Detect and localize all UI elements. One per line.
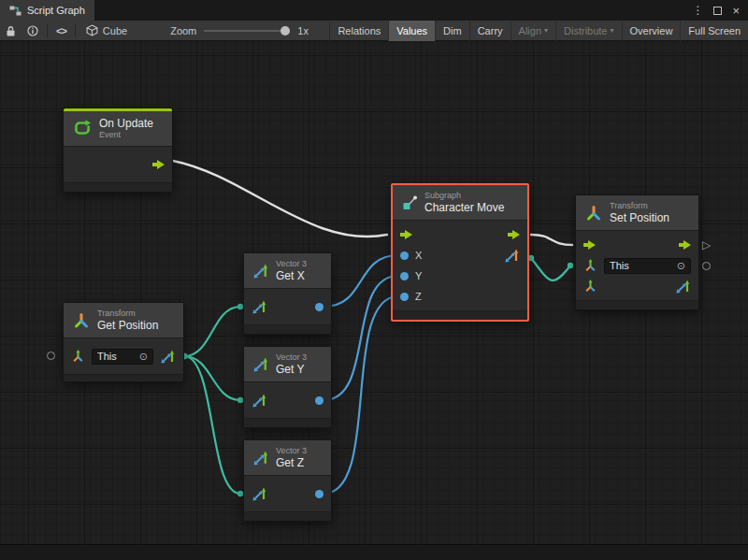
- flow-output-port[interactable]: [152, 160, 165, 169]
- node-header[interactable]: Vector 3 Get X: [244, 253, 331, 289]
- fullscreen-button[interactable]: Full Screen: [680, 21, 748, 41]
- close-icon[interactable]: ×: [732, 5, 740, 17]
- vector-output-port[interactable]: [675, 279, 691, 294]
- flow-output-port[interactable]: [679, 240, 691, 250]
- node-type-label: Transform: [97, 309, 158, 319]
- connection-wire[interactable]: [324, 276, 398, 400]
- node-subtitle: Event: [99, 130, 153, 140]
- vector3-icon: [252, 263, 269, 280]
- graph-object-name: Cube: [103, 25, 127, 36]
- this-value: This: [610, 260, 629, 271]
- vector3-icon: [252, 450, 269, 467]
- graph-canvas[interactable]: On Update Event: [0, 41, 748, 560]
- node-title: Get Position: [97, 319, 158, 332]
- canvas-bottom-bar: [0, 544, 748, 560]
- unconnected-port-circle[interactable]: [47, 352, 55, 360]
- graph-object-selector[interactable]: Cube: [79, 24, 135, 36]
- transform-axes-icon[interactable]: [583, 280, 597, 294]
- distribute-button[interactable]: Distribute ▾: [555, 21, 621, 41]
- node-header[interactable]: Subgraph Character Move: [393, 185, 527, 221]
- node-header[interactable]: Transform Get Position: [64, 303, 183, 338]
- window-controls: ⋮ ×: [692, 0, 748, 21]
- toolbar-buttons: Relations Values Dim Carry Align ▾ Distr…: [329, 21, 748, 41]
- transform-axes-icon[interactable]: [71, 350, 85, 364]
- node-on-update[interactable]: On Update Event: [63, 108, 173, 193]
- vector-input-port[interactable]: [252, 393, 267, 409]
- align-button[interactable]: Align ▾: [511, 21, 555, 41]
- toolbar-divider: [47, 24, 48, 37]
- unconnected-port-triangle[interactable]: ▷: [702, 239, 711, 251]
- node-title: Set Position: [610, 211, 669, 224]
- target-picker-icon[interactable]: ⊙: [139, 352, 148, 362]
- node-title: Get X: [276, 269, 307, 282]
- port-label-y: Y: [415, 270, 422, 281]
- input-port-y[interactable]: [400, 272, 409, 280]
- zoom-control: Zoom 1x: [170, 25, 309, 36]
- node-get-x[interactable]: Vector 3 Get X: [243, 252, 332, 335]
- node-header[interactable]: Vector 3 Get Z: [244, 440, 331, 476]
- node-footer: [244, 511, 331, 521]
- zoom-slider-track: [204, 30, 290, 32]
- vector-output-port[interactable]: [504, 248, 520, 264]
- value-output-port[interactable]: [315, 490, 324, 498]
- node-title: Get Y: [276, 363, 307, 376]
- cube-icon: [86, 24, 98, 36]
- connection-wire[interactable]: [531, 235, 572, 245]
- connection-wire[interactable]: [184, 356, 240, 494]
- tab-script-graph[interactable]: Script Graph: [0, 0, 94, 21]
- node-header[interactable]: On Update Event: [64, 111, 172, 147]
- node-type-label: Subgraph: [424, 191, 504, 201]
- script-graph-icon: [9, 5, 22, 17]
- node-header[interactable]: Vector 3 Get Y: [244, 347, 331, 382]
- unconnected-port-circle[interactable]: [702, 262, 711, 270]
- wire-endpoint-dot: [568, 263, 573, 268]
- this-target-field[interactable]: This ⊙: [92, 349, 153, 365]
- input-port-x[interactable]: [400, 251, 409, 260]
- node-get-z[interactable]: Vector 3 Get Z: [243, 439, 332, 522]
- target-picker-icon[interactable]: ⊙: [677, 261, 685, 271]
- tab-title: Script Graph: [27, 5, 85, 16]
- flow-input-port[interactable]: [583, 240, 596, 250]
- transform-axes-icon[interactable]: [583, 259, 597, 273]
- node-header[interactable]: Transform Set Position: [576, 195, 698, 231]
- node-title: Get Z: [276, 456, 307, 469]
- dim-button[interactable]: Dim: [435, 21, 469, 41]
- vector-output-port[interactable]: [160, 349, 176, 365]
- input-port-z[interactable]: [400, 293, 409, 301]
- connection-wire[interactable]: [324, 296, 398, 494]
- flow-output-port[interactable]: [508, 230, 520, 239]
- value-output-port[interactable]: [315, 396, 324, 405]
- connection-wire[interactable]: [173, 161, 387, 237]
- vector-input-port[interactable]: [252, 486, 267, 502]
- connection-wire[interactable]: [531, 258, 570, 280]
- node-set-position[interactable]: Transform Set Position: [575, 194, 699, 310]
- connection-wire[interactable]: [184, 307, 240, 356]
- flow-input-port[interactable]: [400, 230, 412, 239]
- node-get-position[interactable]: Transform Get Position This ⊙: [63, 302, 184, 382]
- lock-icon[interactable]: [0, 21, 22, 41]
- tab-menu-icon[interactable]: ⋮: [692, 5, 703, 16]
- this-target-field[interactable]: This ⊙: [604, 258, 691, 274]
- node-get-y[interactable]: Vector 3 Get Y: [243, 346, 332, 428]
- value-output-port[interactable]: [315, 303, 324, 311]
- overview-button[interactable]: Overview: [622, 21, 681, 41]
- zoom-label: Zoom: [170, 25, 196, 36]
- zoom-slider-knob[interactable]: [280, 26, 290, 36]
- node-footer: [393, 310, 527, 320]
- connection-wire[interactable]: [184, 356, 240, 400]
- vector-input-port[interactable]: [252, 299, 267, 315]
- connection-wire[interactable]: [324, 255, 398, 307]
- relations-button[interactable]: Relations: [329, 21, 388, 41]
- zoom-slider[interactable]: [204, 25, 290, 36]
- values-button[interactable]: Values: [388, 21, 435, 41]
- node-type-label: Vector 3: [276, 352, 307, 363]
- zoom-value: 1x: [297, 25, 309, 36]
- node-type-label: Vector 3: [276, 259, 307, 269]
- node-footer: [64, 374, 183, 381]
- node-character-move[interactable]: Subgraph Character Move X: [391, 183, 529, 322]
- node-footer: [576, 300, 698, 309]
- maximize-icon[interactable]: [713, 7, 722, 15]
- code-view-icon[interactable]: <>: [50, 21, 72, 41]
- carry-button[interactable]: Carry: [469, 21, 511, 41]
- info-icon[interactable]: [22, 21, 44, 41]
